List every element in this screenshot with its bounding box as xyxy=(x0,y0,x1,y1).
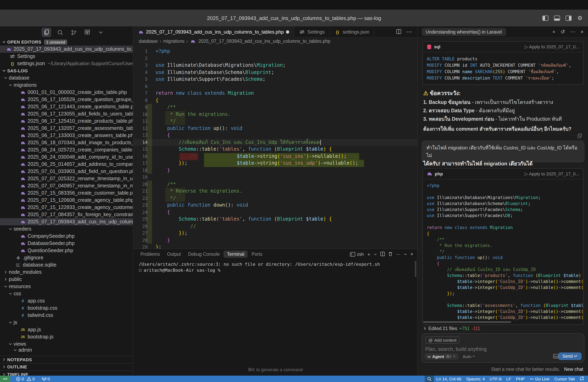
send-button[interactable]: Send ↵ xyxy=(558,352,582,360)
tree-item[interactable]: 2025_07_07_025322_rename_timestamp_in_us… xyxy=(0,175,133,182)
add-context-button[interactable]: @ Add context xyxy=(425,336,460,344)
tree-item[interactable]: database.sqlite xyxy=(0,261,133,268)
terminal-scrollbar[interactable] xyxy=(415,261,416,277)
breadcrumb-item[interactable]: database xyxy=(139,39,158,43)
cursor-position[interactable]: Ln 14, Col 66 xyxy=(434,376,464,382)
tree-item[interactable]: js xyxy=(0,319,133,326)
search-icon[interactable] xyxy=(55,28,65,37)
tree-item[interactable]: database xyxy=(0,74,133,81)
tree-item[interactable]: 2025_06_17_105529_create_question_groups… xyxy=(0,96,133,103)
tree-item[interactable]: 2025_06_24_025723_create_companies_table… xyxy=(0,146,133,153)
breadcrumb-item[interactable]: migrations xyxy=(163,39,184,43)
tree-item[interactable]: 2025_07_07_040957_rename_timestamp_in_mu… xyxy=(0,182,133,190)
sidebar-section-timeline[interactable]: TIMELINE xyxy=(0,370,133,376)
apply-button[interactable]: ▷ Apply to 2025_07_17_0... xyxy=(525,171,579,176)
more-icon[interactable]: ⋯ xyxy=(570,29,575,35)
trash-icon[interactable] xyxy=(388,251,392,257)
tree-item[interactable]: #bootstrap.css xyxy=(0,305,133,312)
plus-icon[interactable]: + xyxy=(552,29,555,35)
close-icon[interactable]: × xyxy=(410,251,413,257)
tree-item[interactable]: 0001_01_01_000002_create_jobs_table.php xyxy=(0,89,133,96)
apply-button[interactable]: ▷ Apply to 2025_07_17_0... xyxy=(525,44,579,49)
gear-icon[interactable]: ⚙ xyxy=(577,15,582,21)
chevron-down-icon[interactable] xyxy=(96,28,105,37)
indentation[interactable]: Spaces: 4 xyxy=(464,376,487,382)
split-terminal-icon[interactable] xyxy=(380,251,385,257)
tree-item[interactable]: 2025_07_17_084357_fix_foreign_key_constr… xyxy=(0,211,133,218)
bell-icon[interactable] xyxy=(577,376,588,382)
chevron-down-icon[interactable] xyxy=(374,252,377,257)
tree-item[interactable]: 2025_06_17_125410_create_products_table.… xyxy=(0,117,133,125)
toggle-bottom-panel-icon[interactable] xyxy=(554,15,560,20)
tree-item[interactable]: public xyxy=(0,276,133,283)
horizontal-scrollbar[interactable] xyxy=(423,321,511,323)
tree-item[interactable]: 2025_06_18_070343_add_image_to_products_… xyxy=(0,139,133,146)
chat-input[interactable] xyxy=(425,346,545,352)
more-icon[interactable]: ⋯ xyxy=(396,251,400,257)
editor-tab[interactable]: Settings xyxy=(294,26,330,38)
new-terminal-icon[interactable]: + xyxy=(367,251,370,257)
copy-icon[interactable] xyxy=(578,133,582,140)
tree-item[interactable]: 2025_06_24_030048_add_company_id_to_user… xyxy=(0,153,133,161)
tree-item[interactable]: 2025_06_25_014657_add_address_to_compani… xyxy=(0,161,133,168)
tree-item[interactable]: 2025_06_17_133003_create_answers_table.p… xyxy=(0,132,133,139)
open-editor-item[interactable]: 2025_07_17_093943_add_cus_ins_udp_column… xyxy=(0,46,133,53)
go-live-button[interactable]: Go Live xyxy=(527,376,552,382)
tree-item[interactable]: css xyxy=(0,290,133,297)
copy-files-icon[interactable] xyxy=(42,28,51,37)
tree-item[interactable]: #tailwind.css xyxy=(0,312,133,319)
model-selector[interactable]: Auto xyxy=(462,354,475,359)
terminal-shell-icon[interactable]: zsh xyxy=(350,252,364,257)
toggle-right-panel-icon[interactable] xyxy=(566,15,572,20)
cursor-tab-toggle[interactable]: Cursor Tab xyxy=(552,376,577,382)
tree-item[interactable]: 2025_06_17_132057_create_assessments_tab… xyxy=(0,125,133,132)
code-editor[interactable]: 1<?php23use Illuminate\Database\Migratio… xyxy=(133,45,417,248)
tree-item[interactable]: #app.css xyxy=(0,297,133,305)
source-control-icon[interactable] xyxy=(69,28,78,37)
language-mode[interactable]: PHP xyxy=(514,376,527,382)
new-chat-button[interactable]: New chat xyxy=(564,367,583,372)
history-icon[interactable]: ↺ xyxy=(561,29,565,35)
breadcrumb-item[interactable]: 2025_07_17_093943_add_cus_ins_udp_column… xyxy=(198,39,330,43)
toggle-left-panel-icon[interactable] xyxy=(543,15,549,20)
open-editors-header[interactable]: OPEN EDITORS 1 unsaved xyxy=(0,38,133,46)
split-editor-icon[interactable] xyxy=(396,28,401,35)
image-attach-icon[interactable] xyxy=(553,353,558,360)
chat-tab[interactable]: Understanding whereHas() in Laravel xyxy=(421,28,506,36)
tree-item[interactable]: migrations xyxy=(0,81,133,89)
encoding[interactable]: UTF-8 xyxy=(487,376,504,382)
tree-item[interactable]: node_modules xyxy=(0,268,133,276)
tree-item[interactable]: resources xyxy=(0,283,133,290)
project-section-header[interactable]: SAS-LOG xyxy=(0,67,133,74)
problems-indicator[interactable]: 0 0 xyxy=(14,376,37,382)
terminal-output[interactable]: /Users/aritach/.zshrc:source:3: no such … xyxy=(133,259,417,273)
open-editor-item[interactable]: {}settings.json~/Library/Application Sup… xyxy=(0,60,133,67)
tree-item[interactable]: views xyxy=(0,341,133,348)
tree-item[interactable]: 2025_07_15_120608_create_agency_table.ph… xyxy=(0,197,133,204)
tree-item[interactable]: 2025_06_17_121443_create_questions_table… xyxy=(0,103,133,110)
chevron-up-icon[interactable] xyxy=(404,252,407,257)
tree-item[interactable]: DatabaseSeeder.php xyxy=(0,240,133,247)
tree-item[interactable]: 2025_07_17_093943_add_cus_ins_udp_column… xyxy=(0,218,133,225)
panel-tab-problems[interactable]: Problems xyxy=(137,250,163,258)
chat-messages[interactable]: sql ▷ Apply to 2025_07_17_0... ALTER TAB… xyxy=(418,38,588,325)
tree-item[interactable]: QuestionSeeder.php xyxy=(0,247,133,254)
tree-item[interactable]: .gitignore xyxy=(0,254,133,261)
edited-files-summary[interactable]: Edited 21 files +751 -111 xyxy=(423,326,480,331)
panel-tab-debug-console[interactable]: Debug Console xyxy=(185,250,223,258)
tree-item[interactable]: 2025_07_15_122833_create_agency_customer… xyxy=(0,204,133,211)
panel-tab-terminal[interactable]: Terminal xyxy=(224,250,248,258)
search-icon[interactable] xyxy=(425,376,434,382)
tree-item[interactable]: seeders xyxy=(0,225,133,232)
panel-tab-output[interactable]: Output xyxy=(164,250,184,258)
remote-indicator[interactable]: >< xyxy=(0,376,10,382)
extensions-icon[interactable] xyxy=(83,28,92,37)
tree-item[interactable]: JSbootstrap.js xyxy=(0,333,133,341)
editor-tab[interactable]: {}settings.json xyxy=(330,26,374,38)
tree-item[interactable]: JSapp.js xyxy=(0,326,133,333)
tree-item[interactable]: CompanySeeder.php xyxy=(0,232,133,240)
close-icon[interactable]: × xyxy=(581,29,584,35)
tree-item[interactable]: 2025_07_01_033903_add_field_on_question.… xyxy=(0,168,133,175)
tree-item[interactable]: admin xyxy=(0,348,133,352)
ports-indicator[interactable]: 0 xyxy=(39,376,52,382)
